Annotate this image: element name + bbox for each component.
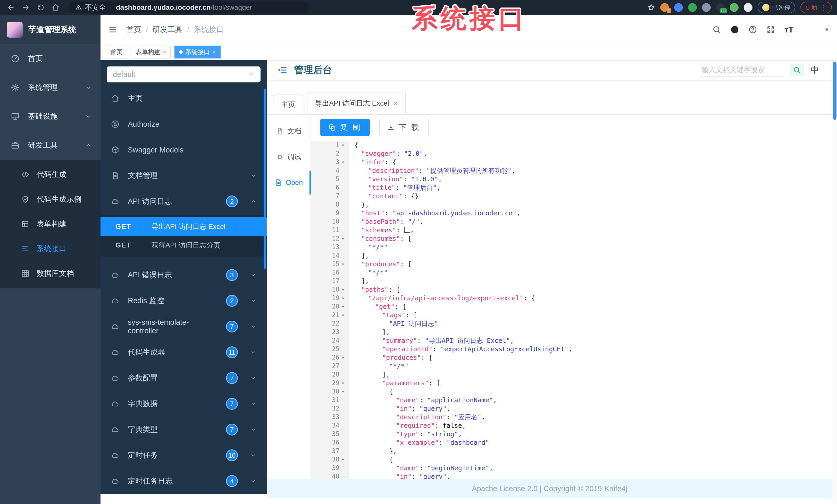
- code-text: "basePath": "/",: [349, 217, 423, 226]
- sidebar-item-系统管理[interactable]: 系统管理: [0, 73, 101, 102]
- fold-marker-icon[interactable]: ▾: [339, 311, 346, 319]
- fold-marker-icon[interactable]: ▾: [339, 353, 346, 362]
- dashboard-icon: [11, 54, 20, 63]
- rail-item-Open[interactable]: Open: [267, 170, 310, 195]
- fullscreen-icon[interactable]: [766, 25, 775, 34]
- font-size-icon[interactable]: тT: [784, 25, 794, 35]
- language-switch-icon[interactable]: 中: [811, 64, 819, 75]
- address-bar[interactable]: 不安全 | dashboard.yudao.iocoder.cn /tool/s…: [69, 2, 309, 13]
- fold-marker-icon[interactable]: ▾: [339, 141, 346, 149]
- code-text: "in": "query",: [349, 472, 450, 479]
- sidebar-item-代码生成[interactable]: 代码生成: [0, 162, 101, 187]
- lock-icon: [111, 120, 120, 129]
- code-text: "get": {: [349, 302, 406, 311]
- user-menu-caret-icon[interactable]: ▾: [825, 26, 828, 33]
- paused-extension-pill[interactable]: 已暂停: [758, 2, 795, 13]
- controller-group-定时任务日志[interactable]: 定时任务日志4: [101, 468, 267, 494]
- fold-marker-icon[interactable]: ▾: [339, 387, 346, 396]
- cloud-icon: [111, 374, 120, 382]
- extension-grid[interactable]: [702, 3, 711, 12]
- breadcrumb-item[interactable]: 研发工具: [153, 24, 182, 35]
- fold-marker-icon[interactable]: ▾: [339, 294, 346, 302]
- collapse-sidebar-icon[interactable]: [108, 25, 118, 34]
- copy-button[interactable]: 复 制: [320, 119, 370, 136]
- fold-marker-icon[interactable]: ▾: [339, 379, 346, 387]
- extension-cn-translate[interactable]: cn: [716, 3, 725, 12]
- code-line: 37},: [311, 447, 832, 455]
- extension-snowflake[interactable]: [744, 3, 752, 12]
- doc-tab-主页[interactable]: 主页: [273, 94, 303, 114]
- chevron-down-icon: [250, 478, 256, 484]
- browser-menu-icon[interactable]: ⋮: [820, 3, 827, 12]
- controller-group-字典数据[interactable]: 字典数据7: [101, 391, 267, 417]
- close-icon[interactable]: ×: [163, 49, 166, 55]
- controller-group-参数配置[interactable]: 参数配置7: [101, 365, 267, 391]
- doc-tab-导出API 访问日志 Excel[interactable]: 导出API 访问日志 Excel×: [307, 92, 406, 114]
- swagger-menu-item-主页[interactable]: 主页: [101, 86, 267, 111]
- controller-group-Redis 监控[interactable]: Redis 监控2: [101, 288, 267, 314]
- main-scrollbar[interactable]: [832, 60, 837, 504]
- json-code-editor[interactable]: 1▾{2"swagger": "2.0",3▾"info": {4"descri…: [311, 141, 832, 479]
- app-logo-header[interactable]: 芋道管理系统: [0, 15, 101, 44]
- swagger-menu-item-Swagger Models[interactable]: Swagger Models: [101, 137, 267, 163]
- emoji-face-icon: [762, 4, 769, 11]
- browser-reload-icon[interactable]: [37, 3, 45, 12]
- fold-marker-icon[interactable]: ▾: [339, 285, 346, 294]
- rail-item-调试[interactable]: 调试: [267, 144, 310, 170]
- extension-orange[interactable]: 1: [660, 3, 669, 12]
- fold-marker-icon[interactable]: ▾: [339, 260, 346, 268]
- controller-group-字典类型[interactable]: 字典类型7: [101, 417, 267, 443]
- avatar[interactable]: [803, 21, 816, 38]
- breadcrumb-item[interactable]: 首页: [126, 24, 141, 35]
- sidebar-item-系统接口[interactable]: 系统接口: [0, 237, 101, 261]
- help-icon[interactable]: [748, 25, 757, 34]
- fold-marker-icon[interactable]: ▾: [339, 302, 346, 311]
- doc-search-button[interactable]: [790, 64, 804, 76]
- sidebar-item-表单构建[interactable]: 表单构建: [0, 212, 101, 237]
- download-button[interactable]: 下 载: [379, 119, 429, 136]
- swagger-menu-item-API 访问日志[interactable]: API 访问日志2: [101, 188, 267, 214]
- swagger-sidebar-scrollbar[interactable]: [264, 89, 266, 269]
- fold-marker-icon[interactable]: ▾: [339, 235, 346, 243]
- collapse-doc-sidebar-icon[interactable]: [277, 65, 287, 75]
- update-browser-pill[interactable]: 更新 ⋮: [800, 2, 832, 13]
- tab-tag-首页[interactable]: 首页: [106, 45, 127, 58]
- browser-back-icon[interactable]: [7, 3, 15, 12]
- sidebar-item-代码生成示例[interactable]: 代码生成示例: [0, 187, 101, 212]
- rail-item-文档[interactable]: 文档: [267, 118, 310, 144]
- controller-group-代码生成器[interactable]: 代码生成器11: [101, 339, 267, 365]
- tab-tag-系统接口[interactable]: 系统接口×: [175, 45, 220, 58]
- extension-green-circle[interactable]: [688, 3, 697, 12]
- line-number: 1: [324, 141, 339, 149]
- main-scrollbar-thumb[interactable]: [833, 62, 836, 120]
- search-icon[interactable]: [712, 25, 721, 34]
- bookmark-star-icon[interactable]: [647, 4, 655, 11]
- controller-group-定时任务[interactable]: 定时任务10: [101, 443, 267, 468]
- extension-leaf[interactable]: [730, 3, 738, 12]
- count-badge: 7: [226, 372, 238, 384]
- endpoint-获得API 访问日志分页[interactable]: GET获得API 访问日志分页: [101, 236, 267, 255]
- swagger-menu-item-Authorize[interactable]: Authorize: [101, 111, 267, 137]
- sidebar-item-基础设施[interactable]: 基础设施: [0, 102, 101, 131]
- fold-marker-icon[interactable]: ▾: [339, 158, 346, 166]
- sidebar-item-数据库文档[interactable]: 数据库文档: [0, 261, 101, 286]
- controller-group-API 错误日志[interactable]: API 错误日志3: [101, 262, 267, 288]
- sidebar-item-首页[interactable]: 首页: [0, 44, 101, 73]
- browser-forward-icon[interactable]: [22, 3, 30, 12]
- api-group-select[interactable]: default: [107, 67, 261, 82]
- doc-search-input[interactable]: 输入文档关键字搜索: [701, 63, 783, 77]
- sidebar-item-研发工具[interactable]: 研发工具: [0, 131, 101, 160]
- swagger-menu-item-文档管理[interactable]: 文档管理: [101, 163, 267, 188]
- tab-tag-表单构建[interactable]: 表单构建×: [131, 45, 171, 58]
- doc-tab-label: 导出API 访问日志 Excel: [315, 99, 389, 108]
- endpoint-导出API 访问日志 Excel[interactable]: GET导出API 访问日志 Excel: [101, 217, 267, 236]
- github-icon[interactable]: [730, 25, 739, 34]
- fold-marker-icon[interactable]: ▾: [339, 455, 346, 464]
- code-line: 14],: [311, 251, 832, 260]
- code-text: "operationId": "exportApiAccessLogExcelU…: [349, 345, 572, 353]
- close-icon[interactable]: ×: [213, 49, 216, 55]
- controller-group-sys-sms-template-controller[interactable]: sys-sms-template-controller7: [101, 314, 267, 339]
- close-icon[interactable]: ×: [394, 99, 398, 107]
- extension-location[interactable]: [674, 3, 683, 12]
- browser-home-icon[interactable]: [52, 3, 60, 12]
